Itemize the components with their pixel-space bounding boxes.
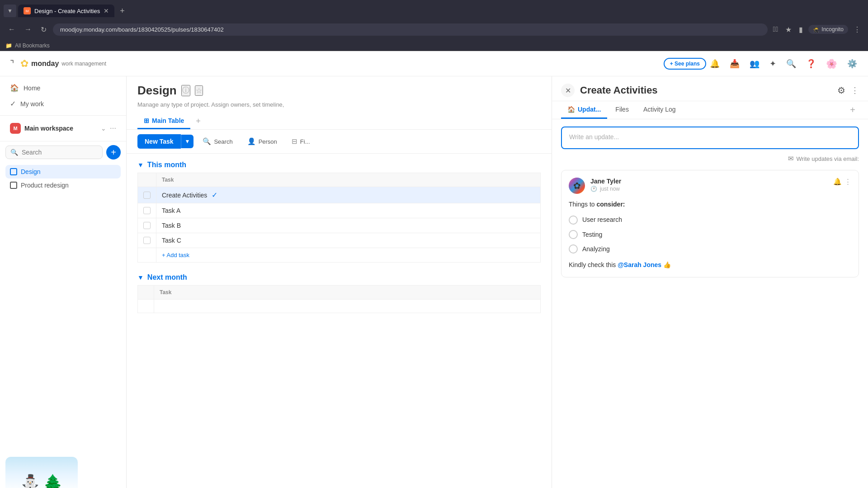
new-task-dropdown-button[interactable]: ▼ xyxy=(181,135,194,148)
table-row[interactable]: Create Activities ✓ xyxy=(138,187,541,203)
footer-mention[interactable]: @Sarah Jones xyxy=(618,261,661,268)
bell-button[interactable]: 🔔 xyxy=(706,56,723,71)
sidebar: 🏠 Home ✓ My work M Main workspace ⌄ ⋯ xyxy=(0,76,127,488)
browser-tab[interactable]: M Design - Create Activities ✕ xyxy=(18,5,114,17)
panel-more-button[interactable]: ⋮ xyxy=(851,85,859,95)
update-meta: Jane Tyler 🕐 just now xyxy=(590,178,828,192)
group-header-this-month: ▼ This month xyxy=(137,161,541,169)
write-via-email-label: Write updates via email: xyxy=(797,155,859,162)
workspace-chevron-button[interactable]: ⌄ xyxy=(101,125,106,132)
see-plans-button[interactable]: + See plans xyxy=(664,58,706,70)
apps-grid-button[interactable]: ⌝ xyxy=(7,56,17,72)
add-task-label[interactable]: + Add task xyxy=(156,248,541,263)
task-name-c: Task C xyxy=(162,237,181,244)
panel-title: Create Activities xyxy=(580,84,832,96)
panel-body: Write an update... ✉ Write updates via e… xyxy=(552,119,868,488)
settings-button[interactable]: ⚙️ xyxy=(844,56,861,71)
group-collapse-next-button[interactable]: ▼ xyxy=(137,274,144,281)
monday-logo-button[interactable]: 🌸 xyxy=(822,56,841,72)
search-sidebar-input[interactable] xyxy=(22,149,98,156)
tab-main-table[interactable]: ⊞ Main Table xyxy=(137,113,190,129)
panel-tabs: 🏠 Updat... Files Activity Log + xyxy=(552,101,868,119)
workspace-avatar: M xyxy=(10,123,21,134)
update-input-box[interactable]: Write an update... xyxy=(561,127,859,149)
help-button[interactable]: ❓ xyxy=(802,56,820,71)
update-more-button[interactable]: ⋮ xyxy=(844,178,851,186)
author-avatar: ✿ xyxy=(569,178,585,194)
add-task-row[interactable]: + Add task xyxy=(138,248,541,263)
person-toolbar-button[interactable]: 👤 Person xyxy=(242,134,283,149)
footer-emoji: 👍 xyxy=(663,261,671,268)
check-circle-0[interactable] xyxy=(569,216,578,225)
panel-tab-activity[interactable]: Activity Log xyxy=(637,101,682,119)
row-checkbox[interactable] xyxy=(143,237,151,244)
update-footer: Kindly check this @Sarah Jones 👍 xyxy=(569,260,851,270)
checklist: User research Testing Analyzing xyxy=(569,215,851,254)
panel-tab-add-button[interactable]: + xyxy=(846,101,859,119)
eye-slash-icon[interactable]: 👁̸ xyxy=(771,23,780,35)
table-row[interactable]: Task B xyxy=(138,218,541,233)
integrations-button[interactable]: ✦ xyxy=(766,56,780,71)
row-checkbox[interactable] xyxy=(143,207,151,214)
row-checkbox[interactable] xyxy=(143,222,151,229)
tab-group-button[interactable]: ▼ xyxy=(4,5,16,17)
sidebar-item-product-redesign[interactable]: Product redesign xyxy=(5,178,121,192)
table-row[interactable]: Task A xyxy=(138,203,541,218)
table-row[interactable]: Task C xyxy=(138,233,541,248)
board-toolbar: New Task ▼ 🔍 Search 👤 Person ⊟ Fi... xyxy=(127,130,552,154)
main-content: Design ⓘ ☆ Manage any type of project. A… xyxy=(127,76,552,488)
sidebar-item-design[interactable]: Design xyxy=(5,165,121,178)
workspace-header[interactable]: M Main workspace ⌄ ⋯ xyxy=(5,119,121,137)
panel-close-button[interactable]: ✕ xyxy=(561,84,575,97)
search-toolbar-label: Search xyxy=(214,138,232,145)
browser-menu-button[interactable]: ⋮ xyxy=(852,23,863,36)
main-table-icon: ⊞ xyxy=(144,117,149,124)
panel-tab-files[interactable]: Files xyxy=(609,101,635,119)
right-panel: ✕ Create Activities ⚙ ⋮ 🏠 Updat... Files… xyxy=(552,76,868,488)
people-button[interactable]: 👥 xyxy=(746,56,763,71)
checklist-label-1: Testing xyxy=(582,230,602,239)
search-header-button[interactable]: 🔍 xyxy=(783,56,800,71)
workspace-more-button[interactable]: ⋯ xyxy=(110,125,116,132)
task-column-header: Task xyxy=(156,173,541,187)
add-new-button[interactable]: + xyxy=(106,145,121,160)
address-bar[interactable] xyxy=(53,23,768,36)
new-task-button[interactable]: New Task xyxy=(137,134,181,149)
bookmarks-folder-icon: 📁 xyxy=(5,42,12,49)
sidebar-item-my-work[interactable]: ✓ My work xyxy=(5,96,121,112)
email-icon: ✉ xyxy=(788,155,794,163)
back-button[interactable]: ← xyxy=(5,23,18,35)
activity-label: Activity Log xyxy=(643,106,676,113)
sidebar-item-home[interactable]: 🏠 Home xyxy=(5,80,121,96)
sidebar-product-label: Product redesign xyxy=(21,182,69,189)
new-tab-button[interactable]: + xyxy=(116,5,128,18)
sidebar-footer: ⛄🌲 xyxy=(0,451,126,488)
add-tab-button[interactable]: + xyxy=(192,115,204,128)
monday-logo: ✿ monday work management xyxy=(20,58,106,70)
close-tab-button[interactable]: ✕ xyxy=(104,7,109,14)
row-checkbox[interactable] xyxy=(143,192,151,199)
person-toolbar-label: Person xyxy=(259,138,277,145)
group-title-this-month: This month xyxy=(147,161,186,169)
inbox-button[interactable]: 📥 xyxy=(726,56,743,71)
notify-bell-button[interactable]: 🔔 xyxy=(833,178,842,186)
panel-header: ✕ Create Activities ⚙ ⋮ xyxy=(552,76,868,101)
forward-button[interactable]: → xyxy=(22,23,34,35)
board-star-button[interactable]: ☆ xyxy=(195,85,203,96)
star-icon[interactable]: ★ xyxy=(783,23,793,36)
filter-toolbar-icon: ⊟ xyxy=(292,137,297,145)
check-circle-1[interactable] xyxy=(569,230,578,239)
board-info-button[interactable]: ⓘ xyxy=(181,85,190,96)
updates-label: Updat... xyxy=(578,106,601,113)
split-view-icon[interactable]: ▮ xyxy=(797,23,805,36)
search-toolbar-button[interactable]: 🔍 Search xyxy=(197,134,238,149)
avatar-icon: ✿ xyxy=(573,180,581,191)
reload-button[interactable]: ↻ xyxy=(38,23,49,36)
filter-toolbar-button[interactable]: ⊟ Fi... xyxy=(286,134,316,149)
snowman-illustration: ⛄🌲 xyxy=(5,457,78,488)
panel-gear-button[interactable]: ⚙ xyxy=(837,85,845,96)
panel-tab-updates[interactable]: 🏠 Updat... xyxy=(561,101,607,119)
check-circle-2[interactable] xyxy=(569,244,578,253)
group-table-this-month: Task Create Activities ✓ xyxy=(137,173,541,263)
group-collapse-button[interactable]: ▼ xyxy=(137,161,144,169)
